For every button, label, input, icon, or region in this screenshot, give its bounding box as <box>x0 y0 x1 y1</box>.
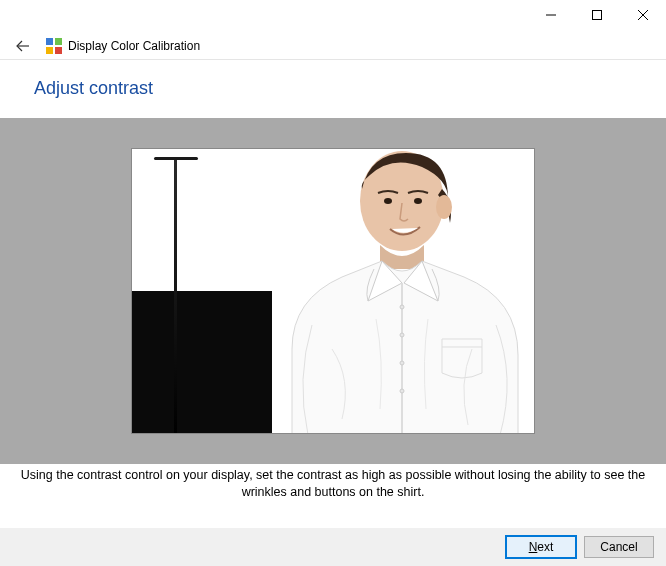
cancel-button[interactable]: Cancel <box>584 536 654 558</box>
sample-lamp-pole <box>174 157 177 433</box>
wizard-footer: Next Cancel <box>0 528 666 566</box>
svg-rect-1 <box>593 11 602 20</box>
svg-point-14 <box>400 389 404 393</box>
app-title: Display Color Calibration <box>68 39 200 53</box>
svg-point-8 <box>384 198 392 204</box>
svg-point-7 <box>436 195 452 219</box>
maximize-button[interactable] <box>574 0 620 30</box>
svg-point-13 <box>400 361 404 365</box>
svg-point-12 <box>400 333 404 337</box>
instruction-text: Using the contrast control on your displ… <box>0 467 666 501</box>
window-controls <box>528 0 666 30</box>
next-button-rest: ext <box>537 540 553 554</box>
maximize-icon <box>591 9 603 21</box>
next-button[interactable]: Next <box>506 536 576 558</box>
back-button[interactable] <box>10 34 34 58</box>
page-heading: Adjust contrast <box>34 78 153 99</box>
back-arrow-icon <box>13 37 31 55</box>
sample-person-white-shirt <box>272 149 534 434</box>
close-button[interactable] <box>620 0 666 30</box>
contrast-sample-panel <box>0 118 666 464</box>
minimize-button[interactable] <box>528 0 574 30</box>
close-icon <box>637 9 649 21</box>
minimize-icon <box>545 9 557 21</box>
sample-black-block <box>132 291 274 434</box>
sample-white-wall <box>132 149 274 291</box>
contrast-sample-image <box>131 148 535 434</box>
app-icon <box>46 38 62 54</box>
svg-point-11 <box>400 305 404 309</box>
svg-point-9 <box>414 198 422 204</box>
titlebar: Display Color Calibration <box>0 32 666 60</box>
sample-lamp-top <box>154 157 198 160</box>
